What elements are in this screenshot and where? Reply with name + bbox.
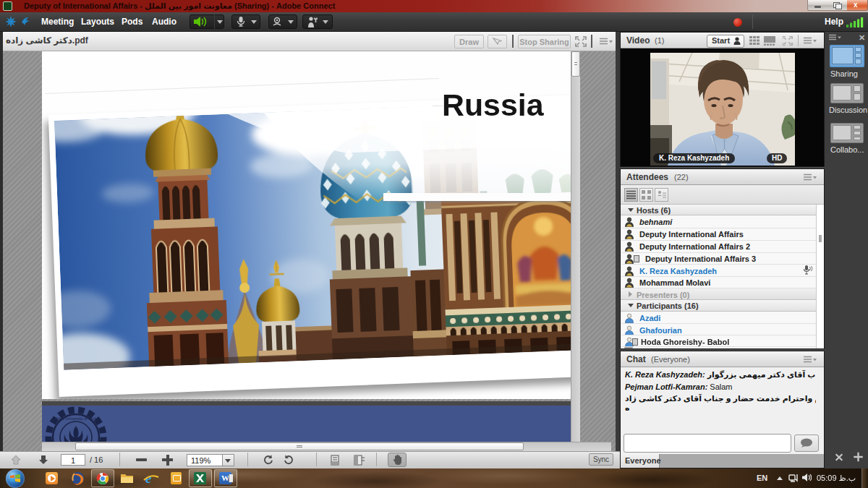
- svg-text:Sharif University of Tech.: Sharif University of Tech.: [54, 416, 98, 421]
